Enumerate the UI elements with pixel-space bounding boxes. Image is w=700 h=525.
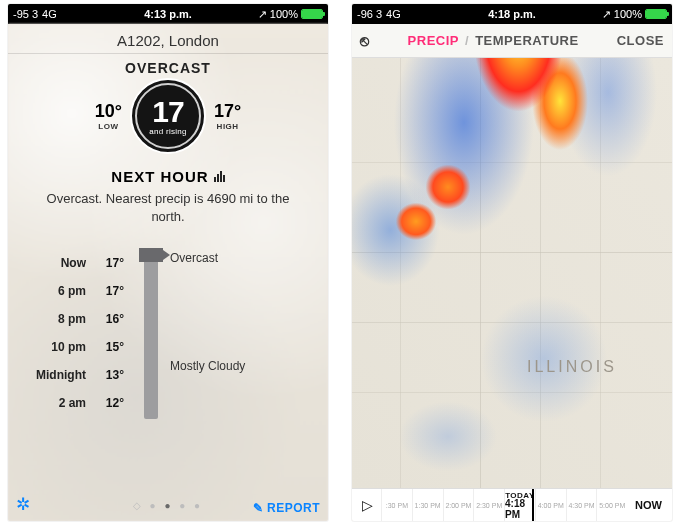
next-hour-section[interactable]: NEXT HOUR Overcast. Nearest precip is 46…	[8, 168, 328, 225]
hourly-row: 6 pm17°	[28, 277, 308, 305]
low-temp-label: LOW	[95, 122, 122, 131]
status-bar: -95 3 4G 4:13 p.m. ↗ 100%	[8, 4, 328, 24]
hourly-row: 10 pm15°	[28, 333, 308, 361]
pencil-icon: ✎	[253, 501, 264, 515]
hourly-temp: 17°	[90, 284, 124, 298]
location-title[interactable]: A1202, London	[8, 28, 328, 54]
low-temp-value: 10°	[95, 101, 122, 122]
report-button[interactable]: ✎ REPORT	[253, 501, 320, 515]
signal-strength: -95 3	[13, 8, 38, 20]
forecast-bar	[144, 253, 158, 419]
hourly-time: 6 pm	[28, 284, 86, 298]
time-slots[interactable]: :30 PM1:30 PM2:00 PM2:30 PMTODAY4:18 PM4…	[381, 489, 627, 521]
network-type: 4G	[386, 8, 401, 20]
hourly-time: 2 am	[28, 396, 86, 410]
hourly-row: Midnight13°	[28, 361, 308, 389]
hourly-temp: 16°	[90, 312, 124, 326]
hourly-time: Midnight	[28, 368, 86, 382]
high-temp-label: HIGH	[214, 122, 241, 131]
battery-percent: 100%	[614, 8, 642, 20]
weather-app-radar: -96 3 4G 4:18 p.m. ↗ 100% ⎋ PRECIP / TEM…	[352, 4, 672, 521]
hourly-temp: 17°	[90, 256, 124, 270]
current-temp-value: 17	[152, 97, 183, 127]
hourly-time: 10 pm	[28, 340, 86, 354]
time-slot[interactable]: 2:00 PM	[443, 489, 474, 521]
radar-timeline: ▷ :30 PM1:30 PM2:00 PM2:30 PMTODAY4:18 P…	[352, 488, 672, 521]
hourly-row: 2 am12°	[28, 389, 308, 417]
tab-temperature[interactable]: TEMPERATURE	[475, 33, 578, 48]
high-temp: 17° HIGH	[214, 101, 241, 131]
radar-header: ⎋ PRECIP / TEMPERATURE CLOSE	[352, 24, 672, 58]
location-services-icon: ↗	[258, 8, 267, 21]
tab-divider: /	[465, 33, 469, 48]
hourly-condition-1: Overcast	[170, 251, 218, 265]
radar-map[interactable]: ILLINOIS	[352, 58, 672, 488]
time-slot[interactable]: 2:30 PM	[473, 489, 504, 521]
location-services-icon: ↗	[602, 8, 611, 21]
share-icon[interactable]: ⎋	[360, 32, 370, 49]
high-temp-value: 17°	[214, 101, 241, 122]
precip-overlay	[352, 58, 672, 488]
time-slot[interactable]: TODAY4:18 PM	[504, 489, 535, 521]
forecast-bar-cap	[139, 248, 163, 262]
map-label-state: ILLINOIS	[527, 358, 617, 376]
hourly-temp: 13°	[90, 368, 124, 382]
hourly-time: Now	[28, 256, 86, 270]
network-type: 4G	[42, 8, 57, 20]
play-button[interactable]: ▷	[358, 497, 381, 513]
time-slot[interactable]: :30 PM	[381, 489, 412, 521]
battery-icon	[301, 9, 323, 19]
settings-button[interactable]: ✲	[16, 494, 30, 515]
condition-label: OVERCAST	[8, 60, 328, 76]
current-temp-trend: and rising	[149, 127, 187, 136]
hourly-temp: 12°	[90, 396, 124, 410]
current-temp-badge[interactable]: 17 and rising	[130, 78, 206, 154]
battery-icon	[645, 9, 667, 19]
hourly-row: 8 pm16°	[28, 305, 308, 333]
weather-app-main: -95 3 4G 4:13 p.m. ↗ 100% A1202, London …	[8, 4, 328, 521]
current-time-label: 4:18 PM	[505, 498, 535, 520]
close-button[interactable]: CLOSE	[617, 33, 664, 48]
battery-percent: 100%	[270, 8, 298, 20]
hourly-condition-2: Mostly Cloudy	[170, 359, 245, 373]
hourly-forecast[interactable]: Overcast Mostly Cloudy Now17°6 pm17°8 pm…	[8, 249, 328, 431]
low-temp: 10° LOW	[95, 101, 122, 131]
hourly-temp: 15°	[90, 340, 124, 354]
time-slot[interactable]: 4:00 PM	[535, 489, 566, 521]
time-slot[interactable]: 5:00 PM	[596, 489, 627, 521]
report-label: REPORT	[267, 501, 320, 515]
time-slot[interactable]: 1:30 PM	[412, 489, 443, 521]
next-hour-text: Overcast. Nearest precip is 4690 mi to t…	[8, 190, 328, 225]
bars-icon	[214, 171, 225, 182]
time-marker[interactable]	[532, 489, 534, 521]
signal-strength: -96 3	[357, 8, 382, 20]
status-bar: -96 3 4G 4:18 p.m. ↗ 100%	[352, 4, 672, 24]
now-button[interactable]: NOW	[627, 499, 666, 511]
gear-icon: ✲	[16, 495, 30, 514]
time-slot[interactable]: 4:30 PM	[566, 489, 597, 521]
tab-precip[interactable]: PRECIP	[408, 33, 459, 48]
hourly-time: 8 pm	[28, 312, 86, 326]
next-hour-title: NEXT HOUR	[111, 168, 208, 185]
today-label: TODAY	[505, 491, 535, 500]
